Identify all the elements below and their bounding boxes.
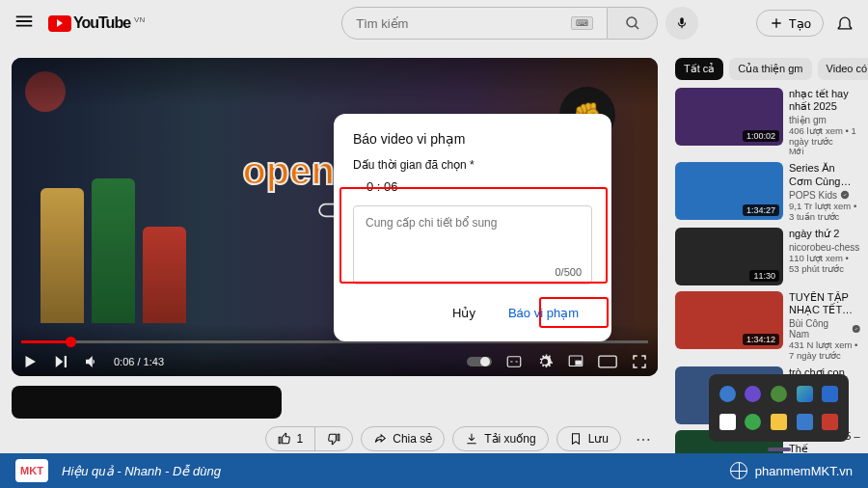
modal-title: Báo video vi phạm bbox=[353, 131, 592, 147]
footer-slogan: Hiệu quả - Nhanh - Dễ dùng bbox=[62, 464, 221, 478]
suggestion-title: nhạc tết hay nhất 2025 bbox=[789, 88, 860, 113]
video-actions: 1 Chia sẻ Tải xuống Lưu ⋯ bbox=[12, 424, 658, 453]
svg-point-2 bbox=[480, 357, 490, 366]
search-input[interactable] bbox=[356, 16, 571, 31]
share-button[interactable]: Chia sẻ bbox=[361, 426, 445, 451]
suggestion-item[interactable]: 1:00:02 nhạc tết hay nhất 2025 thiện gm … bbox=[675, 88, 860, 156]
report-button[interactable]: Báo vi phạm bbox=[495, 298, 592, 328]
char-counter: 0/500 bbox=[354, 266, 591, 284]
suggestion-item[interactable]: 1:34:12 TUYỂN TẬP NHẠC TẾT BÙI CÔNG NAM … bbox=[675, 291, 860, 361]
tray-icon[interactable] bbox=[771, 386, 787, 402]
suggestion-info: ngày thứ 2 nicorobeu-chess 110 lượt xem … bbox=[789, 228, 860, 285]
tray-icon[interactable] bbox=[822, 386, 838, 402]
report-modal: Báo video vi phạm Dấu thời gian đã chọn … bbox=[334, 114, 611, 341]
youtube-logo[interactable]: YouTube VN bbox=[48, 14, 145, 32]
suggestion-meta: 110 lượt xem • 53 phút trước bbox=[789, 253, 860, 274]
globe-icon bbox=[730, 462, 747, 479]
region-code: VN bbox=[134, 15, 145, 24]
play-badge-icon bbox=[48, 15, 71, 32]
thumbnail[interactable]: 11:30 bbox=[675, 228, 783, 285]
tray-icon[interactable] bbox=[745, 386, 761, 402]
suggestion-item[interactable]: 1:34:27 Series Ăn Cơm Cùng Doraemon #56 … bbox=[675, 162, 860, 221]
search-box[interactable]: ⌨ bbox=[341, 7, 608, 40]
header-right: Tạo bbox=[756, 10, 854, 37]
timestamp-value[interactable]: 0 : 06 bbox=[366, 179, 592, 194]
create-label: Tạo bbox=[789, 16, 811, 31]
volume-icon[interactable] bbox=[83, 353, 100, 370]
system-tray-popup[interactable] bbox=[709, 374, 849, 442]
brand-footer: MKT Hiệu quả - Nhanh - Dễ dùng phanmemMK… bbox=[0, 453, 868, 488]
captions-button[interactable] bbox=[505, 353, 523, 370]
details-input[interactable] bbox=[354, 206, 591, 262]
suggestion-channel: POPS Kids bbox=[789, 190, 860, 201]
play-button[interactable] bbox=[21, 353, 39, 370]
like-button[interactable]: 1 bbox=[266, 427, 315, 450]
details-field-wrapper: 0/500 bbox=[353, 205, 592, 285]
suggestion-info: TUYỂN TẬP NHẠC TẾT BÙI CÔNG NAM 2025 Bùi… bbox=[789, 291, 860, 361]
duration-badge: 11:30 bbox=[749, 270, 779, 282]
app-header: YouTube VN ⌨ Tạo bbox=[0, 0, 868, 46]
tray-icon[interactable] bbox=[797, 414, 813, 430]
fullscreen-button[interactable] bbox=[631, 353, 648, 370]
suggestion-channel: nicorobeu-chess bbox=[789, 242, 860, 253]
more-actions-button[interactable]: ⋯ bbox=[629, 424, 658, 453]
suggestion-meta: 9,1 Tr lượt xem • 3 tuần trước bbox=[789, 201, 860, 222]
cancel-button[interactable]: Hủy bbox=[439, 298, 489, 328]
logo-text: YouTube bbox=[73, 14, 130, 32]
voice-search-button[interactable] bbox=[665, 7, 698, 40]
miniplayer-button[interactable] bbox=[567, 353, 584, 370]
suggestion-channel: thiện gm bbox=[789, 115, 860, 125]
dislike-button[interactable] bbox=[315, 427, 352, 450]
search-wrap: ⌨ bbox=[341, 7, 698, 40]
player-controls: 0:06 / 1:43 bbox=[21, 353, 648, 370]
notifications-icon[interactable] bbox=[835, 14, 854, 33]
create-button[interactable]: Tạo bbox=[756, 10, 824, 37]
thumbnail[interactable]: 1:34:12 bbox=[675, 291, 783, 349]
next-button[interactable] bbox=[52, 353, 69, 370]
settings-icon[interactable] bbox=[536, 353, 554, 370]
search-button[interactable] bbox=[608, 7, 658, 40]
menu-icon[interactable] bbox=[14, 11, 35, 36]
download-button[interactable]: Tải xuống bbox=[452, 426, 548, 451]
tray-icon[interactable] bbox=[745, 414, 761, 430]
thumbnail[interactable]: 1:00:02 bbox=[675, 88, 783, 146]
save-button[interactable]: Lưu bbox=[556, 426, 621, 451]
svg-rect-5 bbox=[576, 361, 581, 365]
theater-button[interactable] bbox=[598, 355, 617, 368]
thumbnail[interactable]: 1:34:27 bbox=[675, 162, 783, 220]
svg-rect-3 bbox=[507, 357, 521, 367]
autoplay-toggle[interactable] bbox=[467, 355, 492, 368]
svg-rect-6 bbox=[599, 356, 616, 367]
tray-icon[interactable] bbox=[719, 386, 736, 402]
suggestion-title: Series Ăn Cơm Cùng Doraemon #56 | Giáng … bbox=[789, 162, 860, 187]
suggestion-info: nhạc tết hay nhất 2025 thiện gm 406 lượt… bbox=[789, 88, 860, 156]
footer-site[interactable]: phanmemMKT.vn bbox=[730, 462, 853, 479]
tab-related[interactable]: Video có liên quan bbox=[818, 58, 868, 80]
tab-channel[interactable]: Của thiện gm bbox=[729, 58, 811, 80]
suggestion-item[interactable]: 11:30 ngày thứ 2 nicorobeu-chess 110 lượ… bbox=[675, 228, 860, 285]
suggestion-meta: 406 lượt xem • 1 ngày trước bbox=[789, 125, 860, 147]
keyboard-icon[interactable]: ⌨ bbox=[571, 16, 593, 30]
suggestion-info: Series Ăn Cơm Cùng Doraemon #56 | Giáng … bbox=[789, 162, 860, 221]
modal-actions: Hủy Báo vi phạm bbox=[353, 298, 592, 328]
tray-icon[interactable] bbox=[719, 414, 736, 430]
duration-badge: 1:00:02 bbox=[743, 130, 779, 142]
footer-logo: MKT bbox=[15, 459, 48, 482]
new-badge: Mới bbox=[789, 147, 860, 156]
video-title-redacted bbox=[12, 386, 282, 419]
suggestion-tabs: Tất cả Của thiện gm Video có liên quan bbox=[675, 58, 860, 80]
tray-icon[interactable] bbox=[822, 414, 838, 430]
suggestion-title: TUYỂN TẬP NHẠC TẾT BÙI CÔNG NAM 2025 bbox=[789, 291, 860, 316]
tray-icon[interactable] bbox=[771, 414, 787, 430]
suggestion-title: ngày thứ 2 bbox=[789, 228, 860, 240]
suggestion-channel: Bùi Công Nam bbox=[789, 318, 860, 339]
time-display: 0:06 / 1:43 bbox=[114, 356, 164, 367]
svg-point-0 bbox=[627, 17, 637, 27]
tray-icon[interactable] bbox=[797, 386, 813, 402]
tab-all[interactable]: Tất cả bbox=[675, 58, 723, 80]
like-dislike-group: 1 bbox=[265, 426, 354, 451]
timestamp-label: Dấu thời gian đã chọn * bbox=[353, 158, 592, 172]
tray-handle-icon[interactable] bbox=[768, 447, 791, 451]
duration-badge: 1:34:27 bbox=[743, 204, 779, 216]
duration-badge: 1:34:12 bbox=[743, 334, 779, 345]
